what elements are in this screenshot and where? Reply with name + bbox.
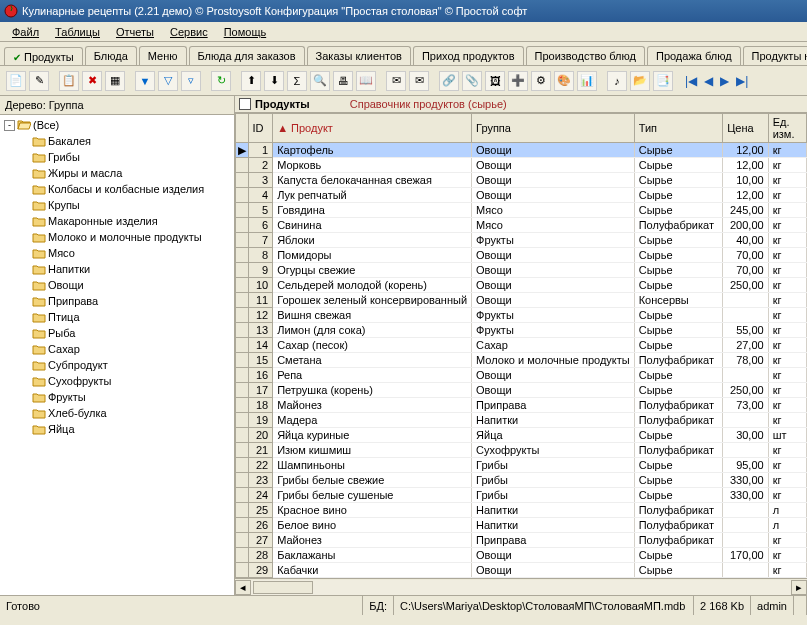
table-row[interactable]: 16РепаОвощиСырьекг: [236, 368, 807, 383]
tb-chart-icon[interactable]: 📊: [577, 71, 597, 91]
table-row[interactable]: 11Горошек зеленый консервированныйОвощиК…: [236, 293, 807, 308]
nav-first-icon[interactable]: |◀: [683, 74, 699, 88]
table-row[interactable]: 15СметанаМолоко и молочные продуктыПолуф…: [236, 353, 807, 368]
column-header[interactable]: ▲ Продукт: [273, 114, 472, 143]
scroll-track[interactable]: [251, 580, 791, 595]
table-row[interactable]: 13Лимон (для сока)ФруктыСырье55,00кг: [236, 323, 807, 338]
tb-addrow-icon[interactable]: ➕: [508, 71, 528, 91]
tb-email2-icon[interactable]: ✉: [409, 71, 429, 91]
table-row[interactable]: 18МайонезПриправаПолуфабрикат73,00кг: [236, 398, 807, 413]
table-row[interactable]: 28БаклажаныОвощиСырье170,00кг: [236, 548, 807, 563]
tb-filter-icon[interactable]: ▼: [135, 71, 155, 91]
tree-item[interactable]: Рыба: [32, 325, 230, 341]
hscroll[interactable]: ◂ ▸: [235, 578, 807, 595]
tb-attach-icon[interactable]: 📎: [462, 71, 482, 91]
tab-production[interactable]: Производство блюд: [526, 46, 645, 65]
tab-stock[interactable]: Продукты на складе: [743, 46, 807, 65]
table-row[interactable]: 25Красное виноНапиткиПолуфабрикатл: [236, 503, 807, 518]
tb-filter2-icon[interactable]: ▽: [158, 71, 178, 91]
tb-delete-icon[interactable]: ✖: [82, 71, 102, 91]
tree-item[interactable]: Яйца: [32, 421, 230, 437]
table-row[interactable]: 27МайонезПриправаПолуфабрикаткг: [236, 533, 807, 548]
tab-products[interactable]: Продукты: [4, 47, 83, 66]
menu-file[interactable]: Файл: [4, 24, 47, 40]
menu-reports[interactable]: Отчеты: [108, 24, 162, 40]
tab-income[interactable]: Приход продуктов: [413, 46, 524, 65]
nav-prev-icon[interactable]: ◀: [702, 74, 715, 88]
tb-link-icon[interactable]: 🔗: [439, 71, 459, 91]
table-row[interactable]: 26Белое виноНапиткиПолуфабрикатл: [236, 518, 807, 533]
table-row[interactable]: 23Грибы белые свежиеГрибыСырье330,00кг: [236, 473, 807, 488]
table-row[interactable]: 19МадераНапиткиПолуфабрикаткг: [236, 413, 807, 428]
scroll-left-icon[interactable]: ◂: [235, 580, 251, 595]
menu-help[interactable]: Помощь: [216, 24, 275, 40]
tb-sum-icon[interactable]: Σ: [287, 71, 307, 91]
column-header[interactable]: Тип: [634, 114, 722, 143]
tb-edit-icon[interactable]: ✎: [29, 71, 49, 91]
table-row[interactable]: 30Лук порейОвощиСырье160,00кг: [236, 578, 807, 579]
tree-item[interactable]: Птица: [32, 309, 230, 325]
tree-item[interactable]: Колбасы и колбасные изделия: [32, 181, 230, 197]
tree-item[interactable]: Субпродукт: [32, 357, 230, 373]
tb-export-icon[interactable]: ⬆: [241, 71, 261, 91]
tree-item[interactable]: Молоко и молочные продукты: [32, 229, 230, 245]
tb-cfg-icon[interactable]: ⚙: [531, 71, 551, 91]
tree-item[interactable]: Хлеб-булка: [32, 405, 230, 421]
scroll-thumb[interactable]: [253, 581, 313, 594]
tree-item[interactable]: Приправа: [32, 293, 230, 309]
tb-open-icon[interactable]: 📂: [630, 71, 650, 91]
table-row[interactable]: 6СвининаМясоПолуфабрикат200,00кг: [236, 218, 807, 233]
tb-import-icon[interactable]: ⬇: [264, 71, 284, 91]
column-header[interactable]: Цена: [723, 114, 769, 143]
tb-copy-icon[interactable]: 📋: [59, 71, 79, 91]
table-row[interactable]: 10Сельдерей молодой (корень)ОвощиСырье25…: [236, 278, 807, 293]
tree-item[interactable]: Жиры и масла: [32, 165, 230, 181]
tree-root-label[interactable]: (Все): [33, 119, 59, 131]
table-row[interactable]: 17Петрушка (корень)ОвощиСырье250,00кг: [236, 383, 807, 398]
table-row[interactable]: 20Яйца куриныеЯйцаСырье30,00шт: [236, 428, 807, 443]
table-row[interactable]: 3Капуста белокачанная свежаяОвощиСырье10…: [236, 173, 807, 188]
table-row[interactable]: 21Изюм кишмишСухофруктыПолуфабрикаткг: [236, 443, 807, 458]
tb-filteroff-icon[interactable]: ▿: [181, 71, 201, 91]
table-row[interactable]: 22ШампиньоныГрибыСырье95,00кг: [236, 458, 807, 473]
tree-item[interactable]: Крупы: [32, 197, 230, 213]
tree-collapse-icon[interactable]: -: [4, 120, 15, 131]
table-row[interactable]: 8ПомидорыОвощиСырье70,00кг: [236, 248, 807, 263]
tab-client-orders[interactable]: Заказы клиентов: [307, 46, 411, 65]
nav-last-icon[interactable]: ▶|: [734, 74, 750, 88]
tree-item[interactable]: Сухофрукты: [32, 373, 230, 389]
tree-item[interactable]: Макаронные изделия: [32, 213, 230, 229]
column-header[interactable]: Ед. изм.: [768, 114, 806, 143]
panel-checkbox-icon[interactable]: [239, 98, 251, 110]
tree-item[interactable]: Фрукты: [32, 389, 230, 405]
table-row[interactable]: 2МорковьОвощиСырье12,00кг: [236, 158, 807, 173]
table-row[interactable]: 9Огурцы свежиеОвощиСырье70,00кг: [236, 263, 807, 278]
tree-item[interactable]: Грибы: [32, 149, 230, 165]
scroll-right-icon[interactable]: ▸: [791, 580, 807, 595]
tree-item[interactable]: Бакалея: [32, 133, 230, 149]
tb-img-icon[interactable]: 🖼: [485, 71, 505, 91]
tb-mass-icon[interactable]: ▦: [105, 71, 125, 91]
tree-item[interactable]: Сахар: [32, 341, 230, 357]
table-row[interactable]: 4Лук репчатыйОвощиСырье12,00кг: [236, 188, 807, 203]
table-row[interactable]: 7ЯблокиФруктыСырье40,00кг: [236, 233, 807, 248]
col-rowhead[interactable]: [236, 114, 249, 143]
data-grid[interactable]: ID▲ ПродуктГруппаТипЦенаЕд. изм.▶1Картоф…: [235, 113, 807, 578]
tab-dishes[interactable]: Блюда: [85, 46, 137, 65]
tree-item[interactable]: Овощи: [32, 277, 230, 293]
tab-menu[interactable]: Меню: [139, 46, 187, 65]
tree-item[interactable]: Напитки: [32, 261, 230, 277]
tb-color-icon[interactable]: 🎨: [554, 71, 574, 91]
menu-tables[interactable]: Таблицы: [47, 24, 108, 40]
tb-print-icon[interactable]: 🖶: [333, 71, 353, 91]
menu-service[interactable]: Сервис: [162, 24, 216, 40]
tb-music-icon[interactable]: ♪: [607, 71, 627, 91]
tb-new-icon[interactable]: 📄: [6, 71, 26, 91]
tab-dishes-orders[interactable]: Блюда для заказов: [189, 46, 305, 65]
table-row[interactable]: ▶1КартофельОвощиСырье12,00кг: [236, 143, 807, 158]
table-row[interactable]: 14Сахар (песок)СахарСырье27,00кг: [236, 338, 807, 353]
column-header[interactable]: ID: [248, 114, 273, 143]
tb-email-icon[interactable]: ✉: [386, 71, 406, 91]
table-row[interactable]: 12Вишня свежаяФруктыСырьекг: [236, 308, 807, 323]
tb-doc-icon[interactable]: 📑: [653, 71, 673, 91]
